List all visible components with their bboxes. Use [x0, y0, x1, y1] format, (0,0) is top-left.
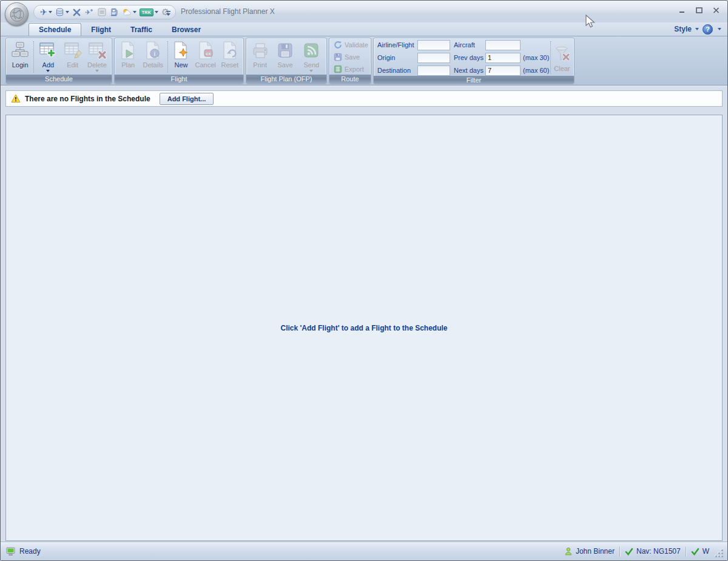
route-group-label: Route: [329, 75, 371, 84]
status-weather-segment[interactable]: W: [691, 547, 709, 556]
status-bar: Ready John Binner Nav: NG1507 W: [1, 542, 727, 560]
weather-icon: [122, 8, 132, 17]
edit-table-icon: [63, 41, 83, 60]
group-separator: [33, 41, 34, 73]
tab-flight[interactable]: Flight: [81, 23, 121, 36]
application-menu-button[interactable]: [5, 2, 29, 26]
identifier-doc-button[interactable]: [96, 6, 108, 18]
svg-text:i: i: [154, 50, 156, 57]
reset-page-icon: [220, 41, 240, 60]
fuel-button[interactable]: [109, 6, 120, 18]
login-label: Login: [12, 61, 29, 69]
globe-icon: [9, 7, 25, 22]
export-route-button[interactable]: Export: [334, 64, 368, 75]
filter-row-aircraft: Aircraft: [454, 39, 549, 50]
chevron-down-icon: [155, 11, 158, 13]
origin-input[interactable]: [417, 53, 450, 63]
send-ofp-button[interactable]: Send: [298, 39, 325, 75]
tab-browser[interactable]: Browser: [162, 23, 211, 36]
check-icon: [691, 548, 699, 556]
tools-cross-button[interactable]: [71, 6, 83, 18]
export-grid-icon: [334, 65, 342, 73]
chevron-down-icon: [695, 28, 699, 30]
track-button[interactable]: TRK: [138, 6, 160, 18]
print-ofp-button[interactable]: Print: [248, 39, 272, 75]
no-flights-notice-bar: There are no Flights in the Schedule Add…: [5, 90, 723, 107]
next-days-hint: (max 60): [521, 67, 549, 74]
cancel-page-icon: cx: [196, 41, 215, 60]
qat-customize-button[interactable]: [166, 8, 171, 19]
reset-flight-button[interactable]: Reset: [218, 39, 241, 75]
airline-flight-label: Airline/Flight: [377, 41, 417, 49]
ofp-group-label: Flight Plan (OFP): [246, 75, 326, 84]
chevron-down-icon: [133, 11, 136, 13]
svg-text:✈: ✈: [85, 8, 90, 16]
details-label: Details: [143, 61, 163, 69]
help-chevron-down-icon[interactable]: [718, 28, 721, 30]
prev-days-input[interactable]: [485, 53, 521, 63]
filter-right-column: Aircraft Prev days (max 30) Next days (m…: [454, 39, 549, 76]
minimize-button[interactable]: [675, 5, 689, 15]
delete-label: Delete: [87, 61, 107, 69]
delete-flight-ribbon-button[interactable]: Delete: [84, 39, 110, 75]
export-label: Export: [345, 66, 364, 73]
style-menu-button[interactable]: Style: [674, 25, 699, 33]
database-tool-button[interactable]: [54, 6, 70, 18]
reset-label: Reset: [221, 61, 238, 69]
route-group-body: Validate Save: [329, 38, 371, 75]
add-flight-ribbon-button[interactable]: Add: [35, 39, 61, 75]
details-button[interactable]: i Details: [140, 39, 166, 75]
status-ready-text: Ready: [19, 547, 41, 556]
new-flight-button[interactable]: New: [169, 39, 192, 75]
destination-input[interactable]: [417, 66, 450, 76]
cancel-label: Cancel: [195, 61, 216, 69]
route-buttons: Validate Save: [331, 39, 371, 75]
save-route-button[interactable]: Save: [334, 52, 368, 62]
group-separator: [550, 41, 551, 74]
save-ofp-button[interactable]: Save: [273, 39, 297, 75]
validate-route-button[interactable]: Validate: [334, 40, 368, 50]
help-button[interactable]: ?: [703, 24, 713, 35]
flight-group-body: Plan i Details: [115, 38, 243, 75]
prev-days-hint: (max 30): [521, 54, 549, 61]
close-button[interactable]: [709, 5, 723, 15]
question-mark-icon: ?: [706, 25, 710, 33]
check-icon: [625, 548, 633, 556]
save-route-label: Save: [345, 53, 360, 61]
airline-flight-input[interactable]: [417, 40, 450, 50]
tab-schedule[interactable]: Schedule: [29, 23, 81, 36]
add-flight-button[interactable]: Add Flight...: [160, 93, 214, 105]
flight-tool-button[interactable]: ✈: [39, 6, 53, 18]
ribbon: Login Add: [1, 36, 727, 86]
empty-schedule-message: Click 'Add Flight' to add a Flight to th…: [280, 324, 447, 332]
aircraft-input[interactable]: [485, 40, 521, 50]
login-network-icon: [10, 41, 30, 60]
next-days-input[interactable]: [485, 66, 521, 76]
new-page-icon: [171, 41, 190, 60]
maximize-button[interactable]: [692, 5, 706, 15]
qat-overflow-icon: [166, 10, 171, 16]
resize-grip[interactable]: [715, 549, 724, 558]
cancel-flight-button[interactable]: cx Cancel: [193, 39, 218, 75]
plan-page-icon: [118, 41, 138, 60]
weather-button[interactable]: [121, 6, 138, 18]
login-button[interactable]: Login: [8, 39, 32, 75]
send-label: Send: [304, 61, 320, 69]
printer-icon: [251, 41, 270, 60]
status-weather-text: W: [703, 547, 709, 556]
aircraft-sparkle-button[interactable]: ✈: [83, 6, 95, 18]
origin-label: Origin: [377, 54, 417, 61]
edit-flight-ribbon-button[interactable]: Edit: [61, 39, 84, 75]
status-nav-segment[interactable]: Nav: NG1507: [625, 547, 681, 556]
flight-group-label: Flight: [115, 75, 243, 84]
filter-row-next-days: Next days (max 60): [454, 65, 549, 76]
clear-label: Clear: [554, 65, 570, 72]
floppy-disk-small-icon: [334, 53, 342, 61]
status-right: John Binner Nav: NG1507 W: [564, 545, 727, 558]
clear-filter-button[interactable]: Clear: [552, 43, 571, 72]
tab-traffic[interactable]: Traffic: [121, 23, 162, 36]
add-dropdown-arrow-icon: [46, 70, 50, 72]
status-user-segment[interactable]: John Binner: [564, 547, 615, 556]
svg-text:cx: cx: [206, 51, 211, 56]
plan-button[interactable]: Plan: [116, 39, 140, 75]
